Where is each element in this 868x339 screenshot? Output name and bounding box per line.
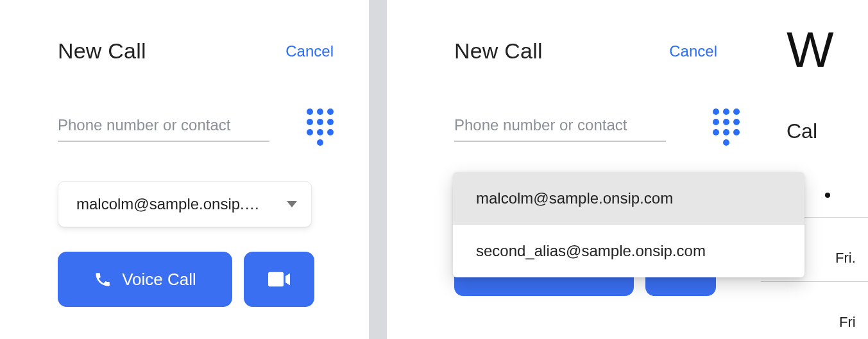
panel-divider [369,0,387,339]
voice-call-button[interactable]: Voice Call [58,252,232,307]
new-call-panel-closed: New Call Cancel malcolm@sample.onsip.… V… [0,0,369,339]
menu-item-0[interactable]: malcolm@sample.onsip.com [453,172,804,225]
page-title: New Call [454,39,543,64]
list-divider [761,281,868,282]
cancel-button[interactable]: Cancel [669,42,717,60]
subheading-fragment: Cal [787,119,817,143]
list-bullet-icon [825,193,830,198]
list-date-fragment: Fri. [835,250,856,266]
video-icon [268,272,290,287]
cancel-button[interactable]: Cancel [285,42,334,60]
dropdown-selected-label: malcolm@sample.onsip.… [76,195,260,213]
dialpad-icon-button[interactable] [307,109,334,146]
dial-input[interactable] [454,112,666,142]
menu-item-1[interactable]: second_alias@sample.onsip.com [453,225,804,277]
list-date-fragment: Fri [839,314,856,331]
voice-call-label: Voice Call [122,270,196,290]
video-call-button[interactable] [244,252,314,307]
dial-input[interactable] [58,112,269,142]
from-account-menu: malcolm@sample.onsip.com second_alias@sa… [453,172,804,277]
phone-icon [94,270,112,288]
from-account-dropdown[interactable]: malcolm@sample.onsip.… [58,181,312,227]
page-title: New Call [58,39,146,64]
heading-letter-fragment: W [787,21,834,79]
chevron-down-icon [287,201,297,207]
dialpad-icon-button[interactable] [713,109,740,146]
